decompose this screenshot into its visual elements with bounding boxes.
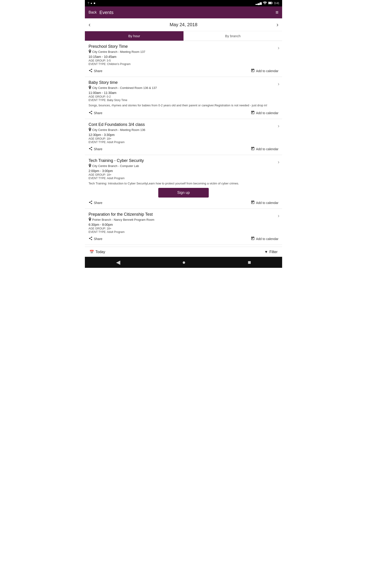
add-calendar-label: Add to calendar bbox=[256, 201, 278, 205]
event-time: 10:15am - 10:45am bbox=[89, 55, 278, 59]
bottom-nav-bar: ◀ ● ■ bbox=[85, 257, 282, 268]
event-description: Songs, bounces, rhymes and stories for b… bbox=[89, 103, 278, 108]
status-left-icons: ? ● ■ bbox=[88, 2, 95, 5]
status-right: ▂▄▆ 3:41 bbox=[256, 2, 279, 5]
location-icon bbox=[89, 217, 91, 222]
signal-icon: ▂▄▆ bbox=[256, 2, 262, 5]
event-type: EVENT TYPE: Baby Story Time bbox=[89, 99, 278, 102]
svg-rect-1 bbox=[272, 2, 273, 3]
share-label: Share bbox=[94, 147, 102, 151]
bottom-toolbar: 📅 Today ▼ Filter bbox=[85, 247, 282, 257]
current-date: May 24, 2018 bbox=[169, 22, 197, 27]
date-navigation: ‹ May 24, 2018 › bbox=[85, 18, 282, 31]
event-time: 12:30pm - 3:30pm bbox=[89, 133, 278, 137]
event-item-3: Cont Ed Foundations 3/4 class City Centr… bbox=[85, 119, 282, 155]
share-icon bbox=[89, 111, 93, 115]
nav-home-icon[interactable]: ● bbox=[182, 259, 186, 266]
event-location: City Centre Branch - Meeting Room 137 bbox=[89, 50, 278, 54]
back-button[interactable]: Back bbox=[89, 10, 97, 15]
time-display: 3:41 bbox=[274, 2, 279, 5]
location-icon bbox=[89, 50, 91, 54]
event-title: Preparation for the Citizenship Test bbox=[89, 212, 278, 217]
event-title: Cont Ed Foundations 3/4 class bbox=[89, 122, 278, 127]
tab-by-branch[interactable]: By branch bbox=[184, 31, 282, 41]
event-time: 2:00pm - 3:00pm bbox=[89, 169, 278, 173]
prev-date-button[interactable]: ‹ bbox=[89, 21, 91, 28]
event-actions: Share Add to calendar bbox=[89, 110, 278, 116]
nav-back-icon[interactable]: ◀ bbox=[116, 259, 120, 266]
event-title: Tech Training - Cyber Security bbox=[89, 158, 278, 163]
event-time: 11:00am - 11:30am bbox=[89, 91, 278, 95]
chevron-right-icon: › bbox=[278, 45, 279, 51]
signup-button[interactable]: Sign up bbox=[158, 188, 209, 198]
page-title: Events bbox=[100, 10, 276, 15]
share-button[interactable]: Share bbox=[89, 68, 102, 74]
share-button[interactable]: Share bbox=[89, 110, 102, 116]
calendar-add-icon bbox=[251, 147, 255, 152]
status-bar: ? ● ■ ▂▄▆ 3:41 bbox=[85, 0, 282, 6]
calendar-add-icon bbox=[251, 200, 255, 205]
share-icon bbox=[89, 69, 93, 73]
event-type: EVENT TYPE: Adult Program bbox=[89, 141, 278, 144]
calendar-icon: 📅 bbox=[90, 250, 94, 254]
event-item-4: Tech Training - Cyber Security City Cent… bbox=[85, 155, 282, 209]
wifi-icon bbox=[263, 2, 267, 5]
event-description: Tech Training: Introduction to Cyber Sec… bbox=[89, 181, 278, 186]
event-age-group: AGE GROUP: 18+ bbox=[89, 173, 278, 176]
add-calendar-label: Add to calendar bbox=[256, 237, 278, 241]
add-calendar-label: Add to calendar bbox=[256, 111, 278, 115]
share-label: Share bbox=[94, 201, 102, 205]
share-icon bbox=[89, 236, 93, 242]
tab-by-hour[interactable]: By hour bbox=[85, 31, 184, 41]
calendar-add-icon bbox=[251, 236, 255, 242]
event-actions: Share Add to calendar bbox=[89, 199, 278, 206]
event-item-5: Preparation for the Citizenship Test Poi… bbox=[85, 209, 282, 245]
event-location-text: City Centre Branch - Meeting Room 137 bbox=[92, 50, 145, 53]
location-icon bbox=[89, 164, 91, 168]
event-title: Baby Story time bbox=[89, 80, 278, 85]
chevron-right-icon: › bbox=[278, 123, 279, 129]
today-label: Today bbox=[95, 250, 105, 254]
add-to-calendar-button[interactable]: Add to calendar bbox=[251, 199, 278, 206]
share-label: Share bbox=[94, 237, 102, 241]
add-to-calendar-button[interactable]: Add to calendar bbox=[251, 110, 278, 116]
add-to-calendar-button[interactable]: Add to calendar bbox=[251, 235, 278, 242]
share-button[interactable]: Share bbox=[89, 146, 102, 153]
menu-icon[interactable]: ≡ bbox=[275, 9, 278, 15]
event-type: EVENT TYPE: Children's Program bbox=[89, 62, 278, 66]
event-age-group: AGE GROUP: 3-5 bbox=[89, 59, 278, 62]
event-location: City Centre Branch - Combined Room 136 &… bbox=[89, 86, 278, 90]
add-calendar-label: Add to calendar bbox=[256, 69, 278, 73]
add-to-calendar-button[interactable]: Add to calendar bbox=[251, 68, 278, 74]
event-title: Preschool Story Time bbox=[89, 44, 278, 49]
event-age-group: AGE GROUP: 18+ bbox=[89, 227, 278, 230]
event-location-text: Poirier Branch - Nancy Bennett Program R… bbox=[92, 218, 154, 221]
location-icon bbox=[89, 128, 91, 132]
event-list: Preschool Story Time City Centre Branch … bbox=[85, 41, 282, 245]
nav-menu-icon[interactable]: ■ bbox=[248, 259, 251, 266]
chevron-right-icon: › bbox=[278, 213, 279, 219]
filter-icon: ▼ bbox=[265, 250, 268, 254]
status-icon-2: ● bbox=[91, 2, 92, 5]
app-header: Back Events ≡ bbox=[85, 6, 282, 18]
event-actions: Share Add to calendar bbox=[89, 146, 278, 153]
event-location: City Centre Branch - Computer Lab bbox=[89, 164, 278, 168]
event-location: Poirier Branch - Nancy Bennett Program R… bbox=[89, 217, 278, 222]
share-button[interactable]: Share bbox=[89, 199, 102, 206]
event-type: EVENT TYPE: Adult Program bbox=[89, 230, 278, 233]
event-age-group: AGE GROUP: 0-2 bbox=[89, 95, 278, 98]
today-button[interactable]: 📅 Today bbox=[90, 250, 105, 254]
share-button[interactable]: Share bbox=[89, 235, 102, 242]
event-actions: Share Add to calendar bbox=[89, 235, 278, 242]
next-date-button[interactable]: › bbox=[276, 21, 278, 28]
add-to-calendar-button[interactable]: Add to calendar bbox=[251, 146, 278, 153]
event-actions: Share Add to calendar bbox=[89, 68, 278, 74]
event-location-text: City Centre Branch - Combined Room 136 &… bbox=[92, 86, 157, 90]
calendar-add-icon bbox=[251, 111, 255, 115]
share-icon bbox=[89, 200, 93, 205]
calendar-add-icon bbox=[251, 69, 255, 73]
event-location-text: City Centre Branch - Meeting Room 136 bbox=[92, 128, 145, 132]
event-item-2: Baby Story time City Centre Branch - Com… bbox=[85, 77, 282, 119]
filter-button[interactable]: ▼ Filter bbox=[265, 250, 277, 254]
event-type: EVENT TYPE: Adult Program bbox=[89, 177, 278, 180]
